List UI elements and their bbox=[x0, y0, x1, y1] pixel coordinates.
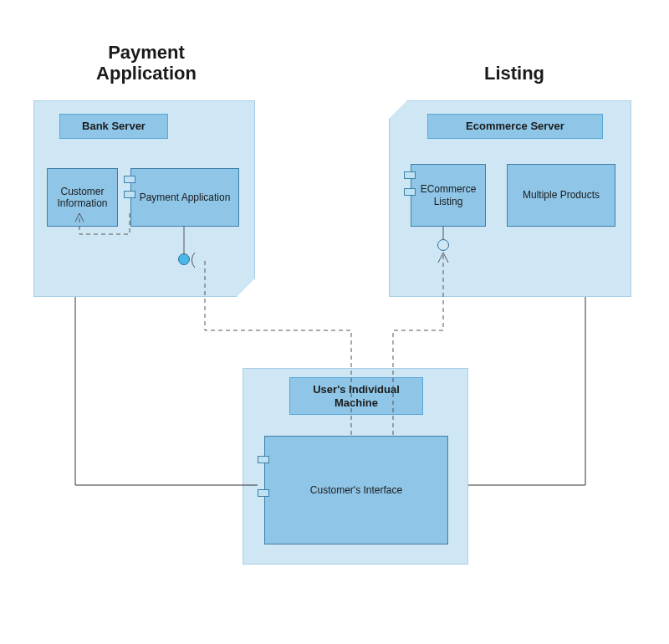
port-icon bbox=[124, 176, 135, 183]
component-multiple-products: Multiple Products bbox=[507, 164, 615, 227]
provided-interface-icon bbox=[178, 253, 190, 265]
port-icon bbox=[404, 188, 416, 196]
header-ecommerce-server: Ecommerce Server bbox=[427, 114, 603, 139]
node-bank-server: Bank Server CustomerInformation Payment … bbox=[33, 100, 255, 297]
component-ecommerce-listing: ECommerceListing bbox=[411, 164, 486, 227]
header-bank-server: Bank Server bbox=[59, 114, 168, 139]
connector-association bbox=[75, 297, 258, 485]
node-user-machine: User's IndividualMachine Customer's Inte… bbox=[243, 368, 468, 565]
port-icon bbox=[258, 456, 269, 463]
node-ecommerce-server: Ecommerce Server ECommerceListing Multip… bbox=[389, 100, 631, 297]
component-payment-application: Payment Application bbox=[130, 168, 239, 227]
title-listing: Listing bbox=[456, 63, 573, 84]
component-customer-interface: Customer's Interface bbox=[264, 436, 448, 544]
connector-association bbox=[468, 297, 585, 485]
port-icon bbox=[124, 191, 135, 198]
diagram-canvas: PaymentApplication Listing Bank Server C… bbox=[0, 0, 669, 644]
title-payment: PaymentApplication bbox=[75, 42, 217, 84]
port-icon bbox=[404, 171, 416, 179]
component-customer-information: CustomerInformation bbox=[47, 168, 118, 227]
header-user-machine: User's IndividualMachine bbox=[289, 377, 423, 415]
port-icon bbox=[258, 489, 269, 497]
provided-interface-icon bbox=[437, 239, 449, 251]
